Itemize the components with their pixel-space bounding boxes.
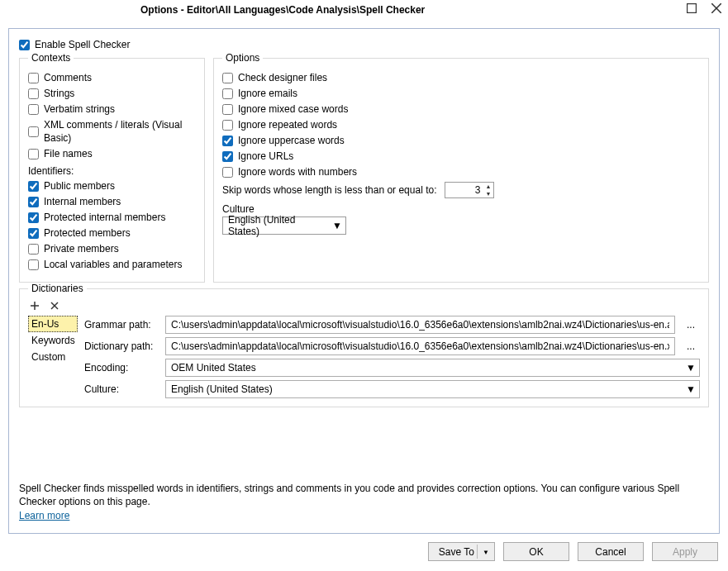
button-bar: Save To OK Cancel Apply	[0, 534, 728, 571]
option-ignore-emails-checkbox[interactable]	[222, 88, 233, 99]
encoding-value: OEM United States	[171, 362, 256, 374]
option-ignore-emails-label: Ignore emails	[238, 87, 297, 100]
spinner-down-icon[interactable]: ▼	[483, 190, 493, 197]
apply-button[interactable]: Apply	[652, 542, 718, 561]
identifier-public-members-checkbox[interactable]	[28, 181, 39, 192]
dictionary-list: En-UsKeywordsCustom	[28, 316, 78, 398]
learn-more-link[interactable]: Learn more	[19, 510, 69, 521]
window-title: Options - Editor\All Languages\Code Anal…	[140, 4, 425, 16]
option-ignore-repeated-words-label: Ignore repeated words	[238, 118, 337, 131]
grammar-path-input[interactable]	[165, 316, 675, 334]
dictionary-path-label: Dictionary path:	[84, 340, 159, 352]
grammar-path-browse-button[interactable]: ...	[682, 316, 700, 334]
option-check-designer-files-checkbox[interactable]	[222, 73, 233, 83]
svg-rect-0	[688, 4, 697, 13]
context-comments-label: Comments	[44, 71, 92, 84]
ok-button[interactable]: OK	[503, 542, 569, 561]
option-ignore-mixed-case-words-checkbox[interactable]	[222, 104, 233, 115]
option-ignore-urls-label: Ignore URLs	[238, 150, 293, 163]
context-xml-comments-literals-visual-basic-label: XML comments / literals (Visual Basic)	[44, 118, 196, 145]
context-verbatim-strings-checkbox[interactable]	[28, 104, 39, 115]
main-panel: Enable Spell Checker Contexts CommentsSt…	[8, 28, 720, 534]
remove-dictionary-button[interactable]	[48, 299, 61, 312]
identifier-protected-members-label: Protected members	[44, 226, 131, 240]
identifier-internal-members-checkbox[interactable]	[28, 197, 39, 207]
chevron-down-icon: ▼	[686, 383, 696, 395]
option-check-designer-files-label: Check designer files	[238, 71, 327, 84]
identifier-internal-members-label: Internal members	[44, 195, 121, 208]
context-file-names-label: File names	[44, 147, 93, 160]
dictionaries-group: Dictionaries En-UsKeywordsCustom Grammar…	[19, 283, 709, 407]
spinner-up-icon[interactable]: ▲	[483, 183, 493, 190]
encoding-dropdown[interactable]: OEM United States ▼	[165, 359, 700, 377]
identifier-protected-internal-members-label: Protected internal members	[44, 211, 165, 224]
context-comments-checkbox[interactable]	[28, 73, 39, 83]
context-strings-checkbox[interactable]	[28, 88, 39, 99]
dict-culture-dropdown[interactable]: English (United States) ▼	[165, 380, 700, 398]
context-verbatim-strings-label: Verbatim strings	[44, 102, 115, 116]
dictionaries-legend: Dictionaries	[28, 283, 87, 294]
identifier-local-variables-and-parameters-label: Local variables and parameters	[44, 258, 182, 271]
enable-spell-checker-label: Enable Spell Checker	[35, 39, 130, 50]
cancel-button[interactable]: Cancel	[578, 542, 644, 561]
identifiers-header: Identifiers:	[28, 165, 196, 177]
dictionary-path-input[interactable]	[165, 337, 675, 355]
context-strings-label: Strings	[44, 87, 74, 100]
maximize-icon[interactable]	[687, 3, 697, 13]
skip-words-label: Skip words whose length is less than or …	[222, 184, 436, 196]
culture-label: Culture	[222, 203, 700, 215]
option-ignore-urls-checkbox[interactable]	[222, 151, 233, 162]
info-text: Spell Checker finds misspelled words in …	[19, 475, 709, 533]
context-file-names-checkbox[interactable]	[28, 149, 39, 159]
option-ignore-words-with-numbers-label: Ignore words with numbers	[238, 165, 357, 178]
culture-value: English (United States)	[228, 214, 329, 237]
identifier-public-members-label: Public members	[44, 179, 115, 193]
dictionary-item-custom[interactable]: Custom	[28, 349, 78, 365]
add-dictionary-button[interactable]	[28, 299, 41, 312]
option-ignore-uppercase-words-checkbox[interactable]	[222, 136, 233, 146]
identifier-protected-members-checkbox[interactable]	[28, 228, 39, 239]
contexts-legend: Contexts	[28, 52, 74, 64]
identifier-private-members-label: Private members	[44, 242, 119, 255]
option-ignore-words-with-numbers-checkbox[interactable]	[222, 167, 233, 178]
dict-culture-value: English (United States)	[171, 383, 273, 395]
dictionary-item-en-us[interactable]: En-Us	[28, 316, 78, 332]
encoding-label: Encoding:	[84, 362, 159, 374]
identifier-private-members-checkbox[interactable]	[28, 244, 39, 255]
option-ignore-repeated-words-checkbox[interactable]	[222, 120, 233, 131]
options-group: Options Check designer filesIgnore email…	[213, 52, 709, 283]
options-legend: Options	[222, 52, 263, 64]
option-ignore-mixed-case-words-label: Ignore mixed case words	[238, 102, 348, 116]
dictionary-path-browse-button[interactable]: ...	[682, 337, 700, 355]
contexts-group: Contexts CommentsStringsVerbatim strings…	[19, 52, 205, 283]
identifier-local-variables-and-parameters-checkbox[interactable]	[28, 259, 39, 270]
close-icon[interactable]	[711, 3, 721, 13]
culture-dropdown[interactable]: English (United States) ▼	[222, 217, 346, 235]
chevron-down-icon: ▼	[686, 362, 696, 374]
dict-culture-label: Culture:	[84, 383, 159, 395]
dictionary-item-keywords[interactable]: Keywords	[28, 332, 78, 349]
enable-spell-checker-checkbox[interactable]	[19, 40, 30, 50]
info-description: Spell Checker finds misspelled words in …	[19, 483, 679, 508]
identifier-protected-internal-members-checkbox[interactable]	[28, 212, 39, 223]
chevron-down-icon: ▼	[332, 220, 342, 231]
grammar-path-label: Grammar path:	[84, 319, 159, 331]
option-ignore-uppercase-words-label: Ignore uppercase words	[238, 134, 345, 147]
save-to-button[interactable]: Save To	[428, 542, 495, 561]
context-xml-comments-literals-visual-basic-checkbox[interactable]	[28, 126, 39, 137]
titlebar: Options - Editor\All Languages\Code Anal…	[0, 0, 728, 20]
